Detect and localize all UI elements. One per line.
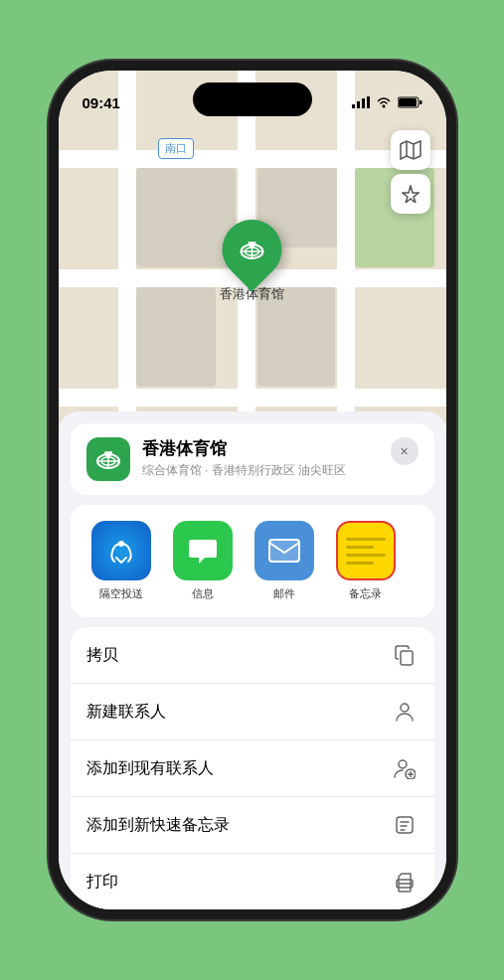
mail-icon <box>254 521 314 580</box>
wifi-icon <box>376 96 392 108</box>
svg-rect-3 <box>367 96 370 108</box>
venue-card: 香港体育馆 综合体育馆 · 香港特别行政区 油尖旺区 × <box>71 423 434 495</box>
bottom-sheet: 香港体育馆 综合体育馆 · 香港特别行政区 油尖旺区 × 隔空投送 <box>59 411 446 909</box>
svg-rect-7 <box>420 100 422 104</box>
share-app-airdrop[interactable]: 隔空投送 <box>86 521 156 601</box>
person-add-icon <box>391 754 419 782</box>
share-row: 隔空投送 信息 <box>71 505 434 617</box>
dynamic-island <box>193 82 312 116</box>
svg-rect-1 <box>357 101 360 108</box>
stadium-marker: 香港体育馆 <box>220 220 284 303</box>
action-item-add-note[interactable]: 添加到新快速备忘录 <box>71 797 434 854</box>
action-item-copy[interactable]: 拷贝 <box>71 627 434 684</box>
signal-icon <box>352 96 370 108</box>
svg-rect-25 <box>401 651 413 665</box>
copy-icon <box>391 641 419 669</box>
person-icon <box>391 698 419 726</box>
phone-frame: 09:41 <box>59 71 446 909</box>
svg-rect-2 <box>362 98 365 108</box>
svg-rect-6 <box>399 98 417 106</box>
status-icons <box>352 96 422 108</box>
notes-icon <box>336 521 396 580</box>
battery-icon <box>398 96 422 108</box>
svg-point-22 <box>118 541 124 547</box>
venue-icon <box>86 437 130 481</box>
messages-icon <box>173 521 233 580</box>
action-label-add-note: 添加到新快速备忘录 <box>86 815 230 836</box>
marker-pin <box>210 208 294 292</box>
svg-point-26 <box>401 704 409 712</box>
share-app-mail[interactable]: 邮件 <box>250 521 319 601</box>
airdrop-label: 隔空投送 <box>99 586 143 601</box>
messages-label: 信息 <box>192 586 214 601</box>
location-label: 南口 <box>158 138 194 159</box>
share-app-notes[interactable]: 备忘录 <box>331 521 401 601</box>
share-app-messages[interactable]: 信息 <box>168 521 238 601</box>
action-item-add-contact[interactable]: 添加到现有联系人 <box>71 740 434 797</box>
venue-close-button[interactable]: × <box>391 437 419 465</box>
notes-label: 备忘录 <box>349 586 382 601</box>
venue-subtitle: 综合体育馆 · 香港特别行政区 油尖旺区 <box>142 462 379 479</box>
stadium-icon <box>239 236 266 263</box>
action-label-copy: 拷贝 <box>86 645 118 666</box>
svg-point-19 <box>105 451 111 457</box>
svg-rect-0 <box>352 104 355 108</box>
action-label-add-contact: 添加到现有联系人 <box>86 758 214 779</box>
print-icon <box>391 868 419 896</box>
action-item-new-contact[interactable]: 新建联系人 <box>71 684 434 740</box>
note-icon <box>391 811 419 839</box>
venue-name: 香港体育馆 <box>142 437 379 460</box>
svg-point-12 <box>250 242 255 247</box>
action-label-new-contact: 新建联系人 <box>86 702 166 723</box>
action-list: 拷贝 新建联系人 <box>71 627 434 909</box>
svg-point-4 <box>382 105 385 108</box>
svg-rect-23 <box>269 540 299 562</box>
status-time: 09:41 <box>83 94 120 111</box>
map-controls[interactable] <box>391 130 430 214</box>
map-type-button[interactable] <box>391 130 430 170</box>
mail-label: 邮件 <box>273 586 295 601</box>
action-label-print: 打印 <box>86 872 118 893</box>
location-button[interactable] <box>391 174 430 214</box>
action-item-print[interactable]: 打印 <box>71 854 434 909</box>
svg-point-27 <box>399 760 407 768</box>
svg-point-37 <box>410 883 412 885</box>
venue-info: 香港体育馆 综合体育馆 · 香港特别行政区 油尖旺区 <box>142 437 379 479</box>
airdrop-icon <box>91 521 151 580</box>
